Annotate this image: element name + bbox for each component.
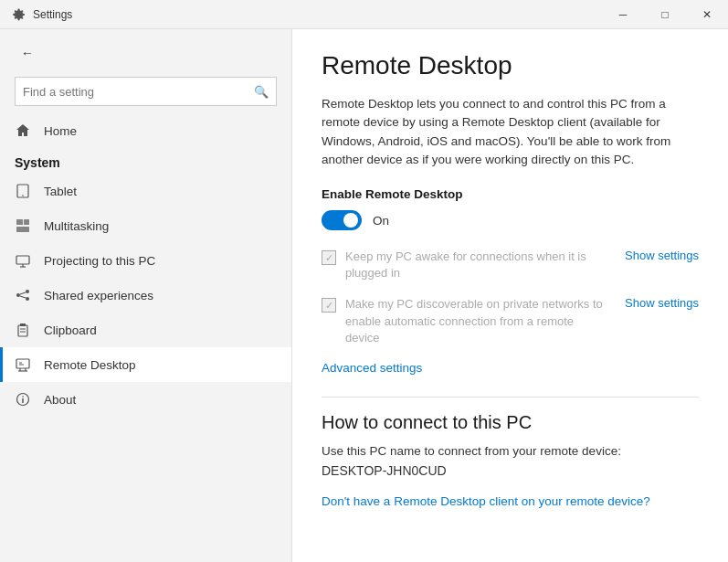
projecting-icon [15,252,31,269]
svg-rect-2 [16,219,23,225]
divider [322,397,699,398]
title-bar-controls: ─ □ ✕ [602,0,728,29]
sidebar-item-tablet-label: Tablet [44,185,77,198]
home-icon [15,122,31,139]
svg-line-11 [20,292,26,294]
sidebar-item-remote-label: Remote Desktop [44,358,136,372]
toggle-section-label: Enable Remote Desktop [322,187,699,201]
sidebar-nav-top: ← [0,29,291,77]
checkbox-1-text: Keep my PC awake for connections when it… [345,249,608,281]
maximize-button[interactable]: □ [644,0,686,29]
svg-rect-14 [20,323,26,326]
sidebar-item-shared[interactable]: Shared experiences [0,278,291,313]
checkbox-2[interactable]: ✓ [322,298,336,313]
title-bar-title: Settings [33,8,72,21]
checkbox-row-1: ✓ Keep my PC awake for connections when … [322,249,699,281]
clipboard-icon [15,322,31,338]
settings-icon [11,7,26,22]
main-layout: ← 🔍 Home System Tab [0,29,728,562]
sidebar-item-projecting[interactable]: Projecting to this PC [0,243,291,278]
svg-point-9 [26,290,29,293]
svg-rect-4 [16,227,29,232]
toggle-thumb [343,213,358,228]
sidebar-item-clipboard[interactable]: Clipboard [0,313,291,347]
sidebar-item-clipboard-label: Clipboard [44,323,97,337]
sidebar-item-projecting-label: Projecting to this PC [44,254,155,268]
search-icon: 🔍 [254,85,269,99]
checkbox-wrapper-2: ✓ Make my PC discoverable on private net… [322,296,608,346]
close-button[interactable]: ✕ [686,0,728,29]
multitasking-icon [15,217,31,234]
checkbox-1[interactable]: ✓ [322,250,336,265]
search-box: 🔍 [15,77,277,106]
sidebar: ← 🔍 Home System Tab [0,29,292,562]
sidebar-item-shared-label: Shared experiences [44,289,153,302]
checkbox-2-check: ✓ [325,300,333,312]
sidebar-item-tablet[interactable]: Tablet [0,174,291,208]
title-bar-left: Settings [11,7,72,22]
advanced-settings-link[interactable]: Advanced settings [322,361,699,375]
connect-description: Use this PC name to connect from your re… [322,444,699,458]
content-description: Remote Desktop lets you connect to and c… [322,95,699,169]
sidebar-item-about[interactable]: About [0,382,291,417]
checkbox-2-text: Make my PC discoverable on private netwo… [345,296,608,346]
svg-point-1 [22,195,24,196]
show-settings-link-2[interactable]: Show settings [617,296,699,310]
svg-rect-5 [16,256,29,264]
svg-rect-17 [16,359,29,368]
checkbox-row-2: ✓ Make my PC discoverable on private net… [322,296,699,346]
remote-desktop-toggle[interactable] [322,210,362,230]
checkbox-wrapper-1: ✓ Keep my PC awake for connections when … [322,249,608,281]
sidebar-item-about-label: About [44,393,76,407]
svg-point-8 [16,293,20,297]
svg-rect-13 [18,325,27,336]
toggle-state-label: On [373,214,389,228]
svg-point-10 [26,297,29,301]
sidebar-item-multitasking[interactable]: Multitasking [0,208,291,243]
sidebar-item-home-label: Home [44,124,77,138]
how-to-connect-heading: How to connect to this PC [322,412,699,433]
main-content: Remote Desktop Remote Desktop lets you c… [292,29,728,562]
page-title: Remote Desktop [322,51,699,80]
pc-name: DESKTOP-JHN0CUD [322,463,699,478]
checkbox-1-check: ✓ [325,252,333,264]
sidebar-item-multitasking-label: Multitasking [44,219,109,233]
svg-line-12 [20,296,26,298]
minimize-button[interactable]: ─ [602,0,644,29]
svg-rect-3 [24,219,29,225]
svg-point-25 [22,396,24,398]
sidebar-item-home[interactable]: Home [0,113,291,148]
title-bar: Settings ─ □ ✕ [0,0,728,29]
tablet-icon [15,183,31,199]
sidebar-section-title: System [0,148,291,174]
toggle-row: On [322,210,699,230]
remote-icon [15,356,31,373]
about-icon [15,391,31,408]
show-settings-link-1[interactable]: Show settings [617,249,699,262]
search-input[interactable] [23,85,254,99]
no-client-link[interactable]: Don't have a Remote Desktop client on yo… [322,494,650,508]
sidebar-item-remote[interactable]: Remote Desktop [0,347,291,382]
back-button[interactable]: ← [15,40,40,66]
shared-icon [15,287,31,303]
